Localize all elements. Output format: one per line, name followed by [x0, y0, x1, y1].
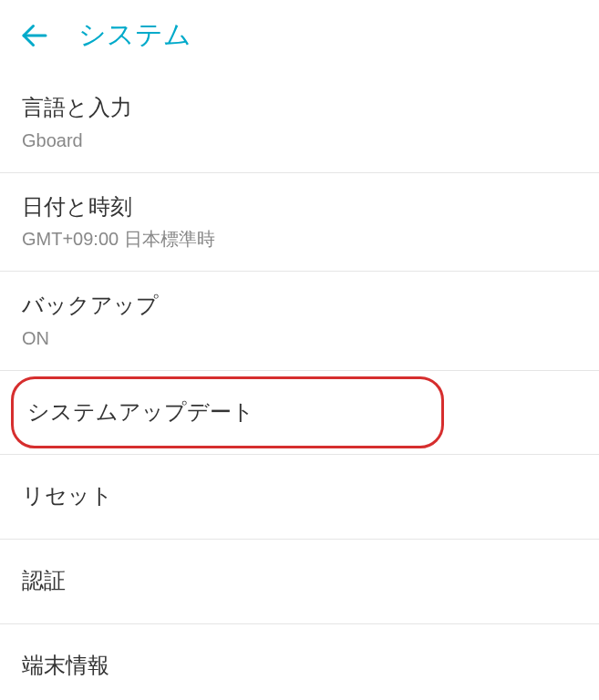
- list-item-title: 端末情報: [22, 650, 577, 681]
- list-item-reset[interactable]: リセット: [0, 455, 599, 540]
- list-item-certification[interactable]: 認証: [0, 540, 599, 624]
- list-item-language-input[interactable]: 言語と入力 Gboard: [0, 74, 599, 173]
- list-item-backup[interactable]: バックアップ ON: [0, 272, 599, 371]
- list-item-date-time[interactable]: 日付と時刻 GMT+09:00 日本標準時: [0, 173, 599, 273]
- settings-list: 言語と入力 Gboard 日付と時刻 GMT+09:00 日本標準時 バックアッ…: [0, 74, 599, 700]
- list-item-title: バックアップ: [22, 290, 577, 321]
- list-item-subtitle: Gboard: [22, 129, 577, 152]
- list-item-title: 日付と時刻: [22, 191, 577, 222]
- list-item-subtitle: ON: [22, 326, 577, 350]
- list-item-system-update[interactable]: システムアップデート: [0, 371, 599, 455]
- list-item-title: システムアップデート: [27, 396, 577, 427]
- list-item-device-info[interactable]: 端末情報: [0, 624, 599, 700]
- page-title: システム: [78, 16, 191, 54]
- list-item-subtitle: GMT+09:00 日本標準時: [22, 227, 577, 251]
- back-arrow-icon[interactable]: [18, 19, 51, 52]
- list-item-title: 認証: [22, 565, 577, 596]
- list-item-title: 言語と入力: [22, 92, 577, 123]
- list-item-system-update-wrapper: システムアップデート: [0, 371, 599, 456]
- header: システム: [0, 0, 599, 74]
- list-item-title: リセット: [22, 480, 577, 511]
